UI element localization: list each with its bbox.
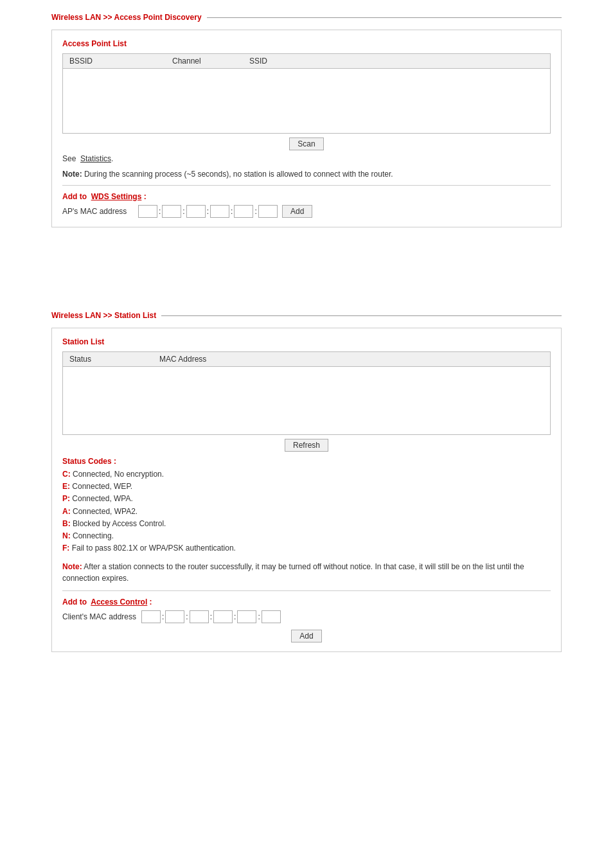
hr-1	[62, 185, 551, 186]
refresh-btn-row: Refresh	[62, 439, 551, 452]
col-mac-header: MAC Address	[153, 355, 550, 364]
divider-1	[207, 17, 562, 18]
ap-list-label: Access Point List	[62, 39, 551, 48]
ap-mac-fields: : : : : : Add	[138, 205, 312, 218]
ap-mac-field-3[interactable]	[186, 205, 206, 218]
code-n: N: Connecting.	[62, 530, 551, 542]
access-control-link[interactable]: Access Control	[91, 598, 147, 607]
divider-2	[161, 315, 562, 316]
col-ssid-header: SSID	[243, 57, 550, 66]
bottom-spacing	[0, 671, 613, 710]
station-table-wrapper: Status MAC Address	[62, 351, 551, 435]
station-table-header: Status MAC Address	[63, 352, 550, 367]
ap-mac-label: AP's MAC address	[62, 207, 133, 216]
ap-mac-field-4[interactable]	[210, 205, 229, 218]
breadcrumb-station: Wireless LAN >> Station List	[51, 311, 156, 320]
ap-note-block: Note: During the scanning process (~5 se…	[62, 168, 551, 180]
code-a: A: Connected, WPA2.	[62, 506, 551, 518]
scan-button[interactable]: Scan	[289, 137, 323, 150]
station-list-card: Station List Status MAC Address Refresh …	[51, 328, 562, 652]
status-codes-title: Status Codes :	[62, 457, 551, 466]
hr-2	[62, 590, 551, 591]
refresh-button[interactable]: Refresh	[285, 439, 328, 452]
note-label-2: Note:	[62, 562, 82, 571]
ap-discovery-card: Access Point List BSSID Channel SSID Sca…	[51, 30, 562, 227]
ap-table-header: BSSID Channel SSID	[63, 54, 550, 69]
add-to-label-2: Add to	[62, 598, 87, 607]
client-add-button[interactable]: Add	[291, 630, 321, 642]
see-label: See	[62, 154, 76, 163]
col-channel-header: Channel	[166, 57, 243, 66]
add-access-control-label: Add to Access Control :	[62, 598, 551, 607]
client-mac-field-1[interactable]	[141, 610, 161, 623]
status-codes-list: C: Connected, No encryption. E: Connecte…	[62, 468, 551, 554]
add-colon-2: :	[150, 598, 152, 607]
scan-btn-row: Scan	[62, 137, 551, 150]
station-note-block: Note: After a station connects to the ro…	[62, 561, 551, 584]
col-status-header: Status	[63, 355, 153, 364]
ap-table-body	[63, 69, 550, 133]
station-list-label: Station List	[62, 337, 551, 346]
section-gap	[0, 247, 613, 298]
wds-settings-link[interactable]: WDS Settings	[91, 192, 142, 201]
ap-add-button[interactable]: Add	[282, 205, 312, 218]
client-add-btn-row: Add	[62, 630, 551, 642]
client-mac-label: Client's MAC address	[62, 612, 136, 621]
client-mac-field-4[interactable]	[213, 610, 233, 623]
ap-mac-field-2[interactable]	[162, 205, 181, 218]
col-bssid-header: BSSID	[63, 57, 166, 66]
code-p: P: Connected, WPA.	[62, 493, 551, 505]
note-text-2: After a station connects to the router s…	[62, 562, 524, 583]
client-mac-field-5[interactable]	[237, 610, 256, 623]
ap-table-wrapper: BSSID Channel SSID	[62, 53, 551, 134]
ap-mac-row: AP's MAC address : : : : : Add	[62, 205, 551, 218]
see-statistics-row: See Statistics.	[62, 154, 551, 163]
status-codes-section: Status Codes : C: Connected, No encrypti…	[62, 457, 551, 554]
client-mac-field-2[interactable]	[165, 610, 184, 623]
code-b: B: Blocked by Access Control.	[62, 518, 551, 530]
add-colon-1: :	[144, 192, 147, 201]
ap-mac-field-5[interactable]	[234, 205, 253, 218]
code-c: C: Connected, No encryption.	[62, 468, 551, 481]
code-e: E: Connected, WEP.	[62, 481, 551, 493]
client-mac-field-3[interactable]	[190, 610, 209, 623]
statistics-link[interactable]: Statistics	[80, 154, 111, 163]
breadcrumb-ap: Wireless LAN >> Access Point Discovery	[51, 13, 202, 22]
note-text-1: During the scanning process (~5 seconds)…	[84, 170, 393, 179]
client-mac-row: Client's MAC address : : : : :	[62, 610, 551, 623]
client-mac-fields: : : : : :	[141, 610, 281, 623]
code-f: F: Fail to pass 802.1X or WPA/PSK authen…	[62, 542, 551, 554]
note-label-1: Note:	[62, 170, 82, 179]
add-wds-label: Add to WDS Settings :	[62, 192, 551, 201]
client-mac-field-6[interactable]	[262, 610, 281, 623]
ap-mac-field-6[interactable]	[258, 205, 278, 218]
station-table-body	[63, 367, 550, 434]
add-to-label-1: Add to	[62, 192, 87, 201]
ap-mac-field-1[interactable]	[138, 205, 157, 218]
